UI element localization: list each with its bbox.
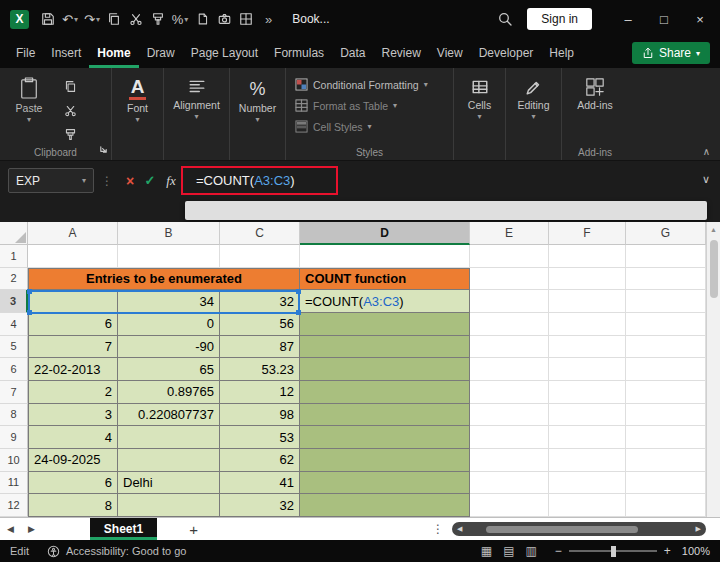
col-header-B[interactable]: B [118, 222, 220, 245]
cell-A11[interactable]: 6 [28, 472, 118, 495]
cell[interactable] [470, 449, 549, 472]
tab-formulas[interactable]: Formulas [266, 38, 332, 68]
cell[interactable] [549, 494, 626, 517]
cell[interactable] [549, 381, 626, 404]
copy-button[interactable] [58, 77, 82, 95]
row-header-3[interactable]: 3 [0, 290, 28, 313]
cell[interactable] [549, 268, 626, 291]
share-button[interactable]: Share ▾ [632, 42, 710, 64]
cell[interactable] [626, 245, 706, 268]
cell[interactable] [300, 245, 470, 268]
new-sheet-button[interactable]: + [189, 521, 198, 538]
sheet-tab-sheet1[interactable]: Sheet1 [90, 518, 157, 540]
cell-B7[interactable]: 0.89765 [118, 381, 220, 404]
page-break-view-button[interactable]: ▥ [525, 544, 536, 558]
font-group-button[interactable]: A Font ▾ [118, 74, 157, 123]
cell-A3[interactable] [28, 290, 118, 313]
scroll-right-icon[interactable]: ▶ [696, 525, 701, 533]
cell[interactable] [549, 449, 626, 472]
cell[interactable] [549, 313, 626, 336]
vertical-scrollbar-thumb[interactable] [710, 240, 718, 298]
cell-C12[interactable]: 32 [220, 494, 300, 517]
cell-C8[interactable]: 98 [220, 404, 300, 427]
cell[interactable] [549, 426, 626, 449]
cell-D4[interactable] [300, 313, 470, 336]
scroll-up-icon[interactable]: ▲ [707, 222, 720, 233]
zoom-level[interactable]: 100% [682, 545, 710, 557]
cell-D6[interactable] [300, 358, 470, 381]
next-sheet-button[interactable]: ▶ [21, 524, 42, 534]
collapse-ribbon-button[interactable]: ∧ [703, 146, 710, 157]
minimize-button[interactable]: – [610, 0, 646, 38]
new-document-button[interactable] [191, 7, 213, 31]
cell-A2-merged[interactable]: Entries to be enumerated [28, 268, 300, 291]
cut-button[interactable] [58, 101, 82, 119]
tab-review[interactable]: Review [373, 38, 428, 68]
normal-view-button[interactable]: ▦ [481, 544, 492, 558]
cell[interactable] [626, 404, 706, 427]
excel-logo-icon[interactable]: X [10, 10, 29, 29]
cell-D2[interactable]: COUNT function [300, 268, 470, 291]
cell[interactable] [470, 426, 549, 449]
zoom-slider[interactable] [569, 550, 657, 552]
cell[interactable] [549, 245, 626, 268]
cell[interactable] [626, 449, 706, 472]
tab-help[interactable]: Help [541, 38, 582, 68]
cell[interactable] [470, 336, 549, 359]
cell[interactable] [220, 245, 300, 268]
cell-A9[interactable]: 4 [28, 426, 118, 449]
page-layout-view-button[interactable]: ▤ [503, 544, 514, 558]
format-as-table-button[interactable]: Format as Table ▾ [292, 95, 447, 116]
vertical-scrollbar[interactable]: ▲ [706, 222, 720, 517]
row-header-11[interactable]: 11 [0, 472, 28, 495]
cell-B8[interactable]: 0.220807737 [118, 404, 220, 427]
cell[interactable] [549, 472, 626, 495]
cell-A8[interactable]: 3 [28, 404, 118, 427]
sign-in-button[interactable]: Sign in [527, 8, 592, 30]
tab-file[interactable]: File [8, 38, 43, 68]
cell[interactable] [626, 472, 706, 495]
row-header-9[interactable]: 9 [0, 426, 28, 449]
cell-C10[interactable]: 62 [220, 449, 300, 472]
row-header-2[interactable]: 2 [0, 268, 28, 291]
add-ins-button[interactable]: Add-ins [568, 74, 622, 111]
cell-C4[interactable]: 56 [220, 313, 300, 336]
cell[interactable] [470, 404, 549, 427]
cancel-entry-button[interactable]: × [120, 173, 140, 189]
cell[interactable] [28, 245, 118, 268]
cell[interactable] [626, 290, 706, 313]
search-button[interactable] [497, 11, 513, 27]
tab-view[interactable]: View [429, 38, 471, 68]
cell-C6[interactable]: 53.23 [220, 358, 300, 381]
cell[interactable] [626, 268, 706, 291]
expand-formula-bar-button[interactable]: ∨ [702, 173, 710, 186]
cell-A12[interactable]: 8 [28, 494, 118, 517]
paste-button[interactable]: Paste ▾ [6, 74, 52, 143]
insert-function-button[interactable]: fx [160, 173, 182, 189]
cell-C3[interactable]: 32 [220, 290, 300, 313]
row-header-6[interactable]: 6 [0, 358, 28, 381]
cell[interactable] [470, 358, 549, 381]
cell-B4[interactable]: 0 [118, 313, 220, 336]
cell-D5[interactable] [300, 336, 470, 359]
alignment-group-button[interactable]: Alignment ▾ [170, 74, 223, 120]
row-header-8[interactable]: 8 [0, 404, 28, 427]
cell[interactable] [470, 268, 549, 291]
cell-D12[interactable] [300, 494, 470, 517]
camera-button[interactable] [213, 7, 235, 31]
close-button[interactable]: × [682, 0, 718, 38]
cell[interactable] [470, 313, 549, 336]
undo-button[interactable]: ↶▾ [59, 7, 81, 31]
row-header-1[interactable]: 1 [0, 245, 28, 268]
redo-button[interactable]: ↷▾ [81, 7, 103, 31]
cell[interactable] [626, 313, 706, 336]
cell-B5[interactable]: -90 [118, 336, 220, 359]
zoom-out-button[interactable]: − [555, 544, 562, 558]
tab-data[interactable]: Data [332, 38, 373, 68]
cell[interactable] [549, 404, 626, 427]
cell-B10[interactable] [118, 449, 220, 472]
cell-D10[interactable] [300, 449, 470, 472]
cell[interactable] [626, 358, 706, 381]
cell[interactable] [470, 290, 549, 313]
accessibility-icon[interactable] [47, 545, 60, 558]
